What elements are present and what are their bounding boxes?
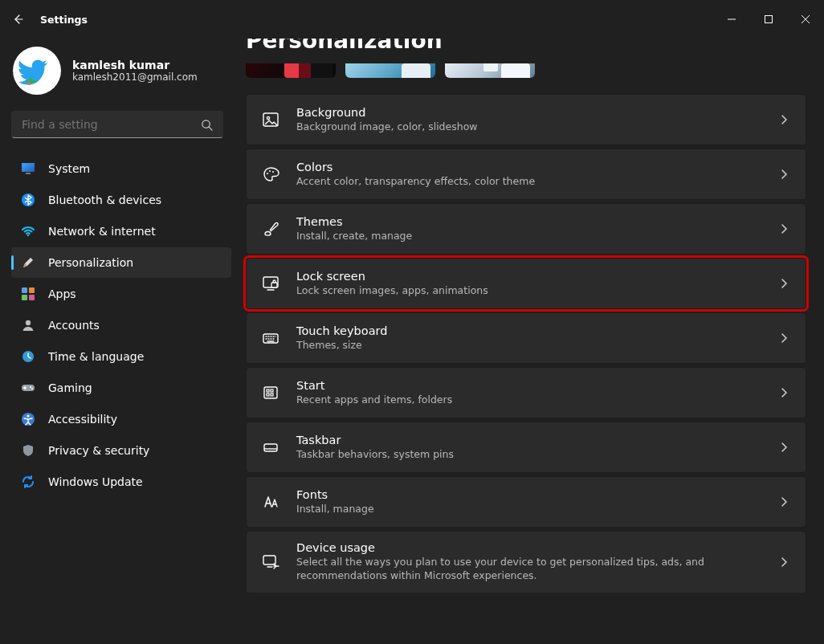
svg-point-2 [27, 82, 31, 85]
card-subtitle: Install, create, manage [296, 230, 762, 243]
maximize-button[interactable] [750, 6, 787, 32]
settings-window: Settings [0, 0, 824, 644]
sidebar-item-label: Accessibility [48, 413, 117, 426]
card-text: Device usage Select all the ways you pla… [296, 541, 762, 583]
card-subtitle: Select all the ways you plan to use your… [296, 556, 762, 583]
card-text: Start Recent apps and items, folders [296, 379, 762, 407]
profile-name: kamlesh kumar [72, 59, 198, 71]
chevron-right-icon [778, 223, 791, 234]
sidebar-item-bluetooth[interactable]: Bluetooth & devices [11, 185, 231, 215]
card-title: Touch keyboard [296, 324, 762, 337]
card-text: Taskbar Taskbar behaviors, system pins [296, 434, 762, 462]
svg-point-3 [202, 120, 210, 127]
sidebar-item-accessibility[interactable]: Accessibility [11, 404, 231, 434]
theme-thumb-3[interactable] [445, 63, 535, 78]
svg-point-19 [27, 414, 29, 417]
image-icon [261, 110, 280, 129]
card-title: Start [296, 379, 762, 392]
profile-email: kamlesh2011@gmail.com [72, 71, 198, 83]
device-usage-icon [261, 552, 280, 572]
svg-rect-10 [29, 287, 35, 293]
card-themes[interactable]: Themes Install, create, manage [246, 203, 806, 255]
theme-thumbnails [246, 63, 806, 78]
card-title: Themes [296, 215, 762, 228]
card-title: Taskbar [296, 434, 762, 446]
chevron-right-icon [778, 169, 791, 180]
sidebar-item-privacy[interactable]: Privacy & security [11, 435, 231, 466]
search-box[interactable] [11, 111, 223, 138]
card-device-usage[interactable]: Device usage Select all the ways you pla… [246, 531, 806, 593]
card-colors[interactable]: Colors Accent color, transparency effect… [246, 149, 806, 200]
card-text: Background Background image, color, slid… [296, 106, 762, 134]
sidebar-item-label: Accounts [48, 319, 100, 332]
svg-point-16 [30, 386, 31, 388]
card-text: Themes Install, create, manage [296, 215, 762, 243]
theme-thumb-2[interactable] [345, 63, 435, 78]
card-title: Background [296, 106, 762, 119]
sidebar-item-label: Windows Update [48, 475, 143, 488]
app-title: Settings [35, 14, 88, 26]
card-text: Touch keyboard Themes, size [296, 324, 762, 353]
card-title: Lock screen [296, 270, 762, 283]
svg-rect-5 [22, 163, 35, 172]
svg-point-22 [267, 173, 268, 174]
body: kamlesh kumar kamlesh2011@gmail.com Syst… [0, 39, 824, 644]
minimize-button[interactable] [713, 6, 750, 32]
card-taskbar[interactable]: Taskbar Taskbar behaviors, system pins [246, 422, 806, 473]
close-button[interactable] [787, 6, 824, 32]
chevron-right-icon [778, 278, 791, 289]
sidebar-item-label: Apps [48, 287, 76, 300]
gamepad-icon [21, 381, 35, 395]
sidebar-item-label: Privacy & security [48, 444, 149, 457]
card-text: Colors Accent color, transparency effect… [296, 161, 762, 189]
chevron-right-icon [778, 442, 791, 453]
update-icon [21, 475, 35, 489]
svg-rect-32 [271, 393, 273, 396]
profile-block[interactable]: kamlesh kumar kamlesh2011@gmail.com [0, 39, 235, 111]
sidebar-item-gaming[interactable]: Gaming [11, 373, 231, 403]
card-title: Device usage [296, 541, 762, 554]
card-background[interactable]: Background Background image, color, slid… [246, 94, 806, 145]
chevron-right-icon [778, 556, 791, 568]
card-subtitle: Accent color, transparency effects, colo… [296, 175, 762, 189]
sidebar-item-update[interactable]: Windows Update [11, 467, 231, 497]
svg-point-24 [272, 171, 274, 173]
wifi-icon [21, 224, 35, 238]
arrow-left-icon [11, 13, 24, 26]
bluetooth-icon [21, 193, 35, 207]
profile-text: kamlesh kumar kamlesh2011@gmail.com [72, 59, 198, 83]
sidebar-item-system[interactable]: System [11, 153, 231, 184]
card-start[interactable]: Start Recent apps and items, folders [246, 367, 806, 418]
card-subtitle: Themes, size [296, 339, 762, 353]
card-text: Lock screen Lock screen images, apps, an… [296, 270, 762, 298]
card-lockscreen[interactable]: Lock screen Lock screen images, apps, an… [246, 258, 806, 309]
card-touch-keyboard[interactable]: Touch keyboard Themes, size [246, 312, 806, 364]
taskbar-icon [261, 438, 280, 457]
sidebar-item-personalization[interactable]: Personalization [11, 247, 231, 278]
svg-rect-31 [267, 393, 269, 396]
sidebar-item-label: Time & language [48, 350, 144, 363]
clock-icon [21, 349, 35, 364]
chevron-right-icon [778, 496, 791, 507]
svg-point-8 [27, 234, 30, 237]
sidebar-item-network[interactable]: Network & internet [11, 216, 231, 247]
brush-icon [261, 219, 280, 238]
svg-point-17 [31, 388, 33, 389]
card-fonts[interactable]: Fonts Install, manage [246, 476, 806, 528]
back-button[interactable] [0, 0, 35, 39]
card-text: Fonts Install, manage [296, 488, 762, 516]
sidebar-item-accounts[interactable]: Accounts [11, 310, 231, 340]
svg-rect-11 [22, 295, 27, 300]
sidebar-item-apps[interactable]: Apps [11, 279, 231, 309]
svg-rect-30 [271, 389, 273, 392]
theme-thumb-1[interactable] [246, 63, 336, 78]
keyboard-icon [261, 328, 280, 348]
search-input[interactable] [22, 118, 201, 131]
paintbrush-icon [21, 255, 35, 270]
accessibility-icon [21, 412, 35, 426]
person-icon [21, 318, 35, 332]
monitor-icon [21, 161, 35, 176]
sidebar-item-label: Bluetooth & devices [48, 194, 161, 206]
sidebar-item-time[interactable]: Time & language [11, 341, 231, 372]
sidebar-item-label: Personalization [48, 256, 133, 269]
